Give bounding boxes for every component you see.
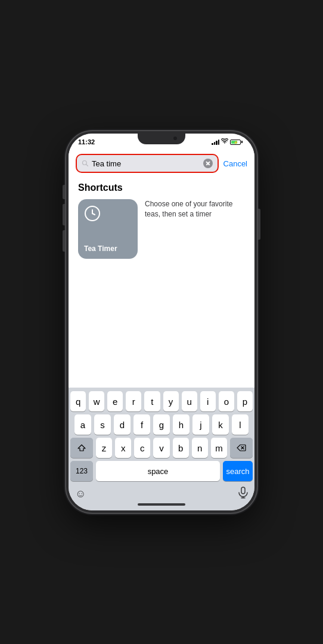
- wifi-icon: [221, 138, 228, 145]
- dictation-icon[interactable]: [238, 487, 248, 501]
- signal-icon: [212, 140, 219, 145]
- key-v[interactable]: v: [153, 438, 169, 458]
- emoji-icon[interactable]: ☺: [75, 488, 86, 500]
- shortcut-row: Tea Timer Choose one of your favorite te…: [78, 199, 245, 259]
- delete-key[interactable]: [230, 438, 253, 458]
- key-i[interactable]: i: [200, 391, 216, 411]
- shortcut-card-tea-timer[interactable]: Tea Timer: [78, 199, 138, 259]
- phone-frame: 11:32: [66, 131, 257, 513]
- key-c[interactable]: c: [134, 438, 150, 458]
- shortcut-description: Choose one of your favorite teas, then s…: [145, 199, 245, 219]
- mute-button[interactable]: [63, 185, 65, 199]
- key-q[interactable]: q: [70, 391, 86, 411]
- volume-up-button[interactable]: [63, 204, 65, 225]
- key-h[interactable]: h: [173, 414, 190, 435]
- status-bar: 11:32: [69, 134, 254, 150]
- key-m[interactable]: m: [211, 438, 227, 458]
- key-p[interactable]: p: [237, 391, 253, 411]
- notch: [138, 134, 185, 144]
- clock-icon: [84, 205, 101, 222]
- search-key[interactable]: search: [223, 461, 253, 481]
- key-r[interactable]: r: [126, 391, 141, 411]
- search-area: Tea time Cancel: [69, 150, 254, 178]
- camera-dot: [173, 137, 177, 140]
- battery-icon: ⚡: [230, 140, 243, 145]
- key-x[interactable]: x: [115, 438, 131, 458]
- key-z[interactable]: z: [96, 438, 112, 458]
- search-bar[interactable]: Tea time: [76, 154, 219, 173]
- clear-search-button[interactable]: [203, 159, 213, 168]
- key-y[interactable]: y: [163, 391, 179, 411]
- keyboard-row-4: 123 space search: [70, 461, 253, 481]
- space-key[interactable]: space: [96, 461, 220, 481]
- status-time: 11:32: [78, 138, 95, 145]
- key-w[interactable]: w: [89, 391, 104, 411]
- key-e[interactable]: e: [107, 391, 123, 411]
- key-k[interactable]: k: [212, 414, 229, 435]
- key-f[interactable]: f: [133, 414, 150, 435]
- key-n[interactable]: n: [192, 438, 208, 458]
- keyboard-row-2: a s d f g h j k l: [70, 414, 253, 435]
- key-a[interactable]: a: [74, 414, 91, 435]
- search-input[interactable]: Tea time: [92, 159, 203, 168]
- key-d[interactable]: d: [114, 414, 131, 435]
- key-t[interactable]: t: [144, 391, 160, 411]
- main-content: Shortcuts Tea Timer Choose one of your f…: [69, 178, 254, 388]
- key-u[interactable]: u: [182, 391, 197, 411]
- numbers-key[interactable]: 123: [70, 461, 93, 481]
- keyboard-row-3: z x c v b n m: [70, 438, 253, 458]
- volume-down-button[interactable]: [63, 230, 65, 252]
- svg-line-4: [92, 213, 95, 215]
- key-g[interactable]: g: [153, 414, 170, 435]
- status-icons: ⚡: [212, 138, 243, 145]
- keyboard: q w e r t y u i o p a s d f g: [69, 388, 254, 510]
- power-button[interactable]: [258, 209, 260, 240]
- home-indicator: [138, 503, 185, 506]
- keyboard-row-1: q w e r t y u i o p: [70, 391, 253, 411]
- svg-rect-7: [241, 487, 245, 494]
- key-l[interactable]: l: [232, 414, 249, 435]
- key-o[interactable]: o: [219, 391, 234, 411]
- shortcut-name: Tea Timer: [84, 244, 132, 253]
- search-icon: [82, 160, 89, 167]
- svg-line-1: [86, 165, 88, 166]
- key-b[interactable]: b: [173, 438, 189, 458]
- phone-screen: 11:32: [69, 134, 254, 510]
- cancel-button[interactable]: Cancel: [223, 159, 247, 168]
- shortcuts-section-title: Shortcuts: [78, 182, 245, 193]
- key-s[interactable]: s: [94, 414, 111, 435]
- shift-key[interactable]: [70, 438, 93, 458]
- key-j[interactable]: j: [192, 414, 209, 435]
